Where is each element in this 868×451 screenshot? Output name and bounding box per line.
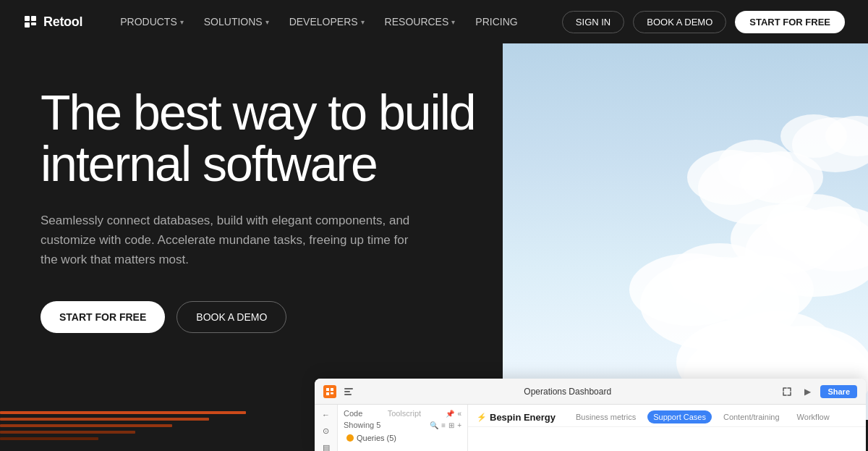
hero-subtitle: Seamlessly connect databases, build with… (41, 211, 417, 270)
hero-content: The best way to build internal software … (0, 43, 506, 451)
hero-illustration (503, 43, 868, 420)
share-button[interactable]: Share (820, 385, 857, 398)
svg-rect-2 (25, 22, 30, 28)
start-free-button[interactable]: START FOR FREE (735, 11, 845, 33)
tab-workflow[interactable]: Workflow (791, 410, 835, 423)
retool-logo-icon (23, 14, 38, 29)
nav-actions: SIGN IN BOOK A DEMO START FOR FREE (562, 11, 845, 33)
sky-background (503, 43, 868, 420)
signin-button[interactable]: SIGN IN (562, 11, 624, 33)
tab-support-cases[interactable]: Support Cases (647, 410, 712, 423)
app-panel-right: ⚡ Bespin Energy Business metrics Support… (468, 405, 866, 451)
hero-start-free-button[interactable]: START FOR FREE (41, 301, 165, 333)
nav-pricing[interactable]: PRICING (467, 12, 526, 32)
svg-rect-0 (25, 16, 30, 21)
tab-content-training[interactable]: Content/training (718, 410, 786, 423)
book-demo-button[interactable]: BOOK A DEMO (633, 11, 726, 33)
clouds-illustration (503, 43, 868, 420)
chevron-down-icon: ▾ (180, 18, 184, 26)
svg-point-19 (718, 140, 793, 190)
logo[interactable]: Retool (23, 14, 82, 30)
hero-book-demo-button[interactable]: BOOK A DEMO (176, 301, 286, 333)
nav-links: PRODUCTS ▾ SOLUTIONS ▾ DEVELOPERS ▾ RESO… (111, 12, 562, 32)
decorative-lines (0, 411, 246, 451)
nav-products[interactable]: PRODUCTS ▾ (111, 12, 192, 32)
expand-button[interactable] (780, 384, 794, 399)
chevron-down-icon: ▾ (265, 18, 269, 26)
hero-section: The best way to build internal software … (0, 43, 868, 451)
nav-resources[interactable]: RESOURCES ▾ (376, 12, 464, 32)
chevron-down-icon: ▾ (361, 18, 365, 26)
nav-solutions[interactable]: SOLUTIONS ▾ (195, 12, 278, 32)
svg-rect-1 (31, 16, 36, 21)
tab-business-metrics[interactable]: Business metrics (570, 410, 642, 423)
svg-rect-3 (31, 22, 36, 25)
navbar: Retool PRODUCTS ▾ SOLUTIONS ▾ DEVELOPERS… (0, 0, 868, 43)
logo-text: Retool (43, 14, 82, 30)
hero-buttons: START FOR FREE BOOK A DEMO (41, 301, 483, 333)
dashboard-tabs: ⚡ Bespin Energy Business metrics Support… (468, 405, 866, 427)
hero-title: The best way to build internal software (41, 87, 483, 190)
nav-developers[interactable]: DEVELOPERS ▾ (281, 12, 373, 32)
next-button[interactable]: ▶ (800, 384, 814, 399)
chevron-down-icon: ▾ (451, 18, 455, 26)
